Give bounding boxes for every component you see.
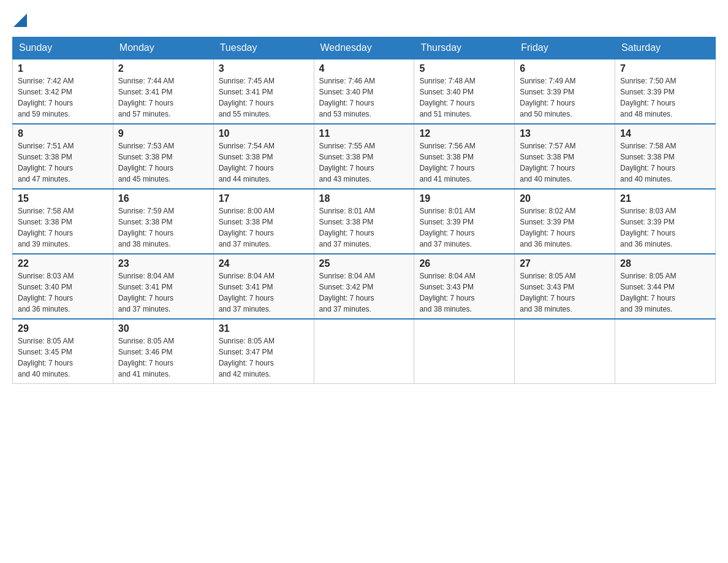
day-info: Sunrise: 8:05 AM Sunset: 3:43 PM Dayligh… bbox=[520, 270, 610, 315]
calendar-cell: 6 Sunrise: 7:49 AM Sunset: 3:39 PM Dayli… bbox=[515, 59, 615, 124]
day-info: Sunrise: 8:03 AM Sunset: 3:39 PM Dayligh… bbox=[620, 205, 710, 250]
logo-triangle-icon bbox=[13, 13, 27, 27]
day-number: 26 bbox=[419, 258, 509, 269]
calendar-cell: 15 Sunrise: 7:58 AM Sunset: 3:38 PM Dayl… bbox=[13, 189, 113, 254]
day-number: 24 bbox=[219, 258, 309, 269]
calendar-cell: 1 Sunrise: 7:42 AM Sunset: 3:42 PM Dayli… bbox=[13, 59, 113, 124]
calendar-header-tuesday: Tuesday bbox=[213, 37, 314, 59]
day-number: 1 bbox=[18, 63, 108, 74]
calendar-cell: 23 Sunrise: 8:04 AM Sunset: 3:41 PM Dayl… bbox=[113, 254, 213, 319]
day-number: 12 bbox=[419, 128, 509, 139]
calendar-cell bbox=[615, 319, 716, 384]
calendar-header-sunday: Sunday bbox=[13, 37, 113, 59]
day-number: 23 bbox=[118, 258, 208, 269]
calendar-cell bbox=[314, 319, 414, 384]
calendar-cell: 19 Sunrise: 8:01 AM Sunset: 3:39 PM Dayl… bbox=[414, 189, 515, 254]
calendar-week-row: 8 Sunrise: 7:51 AM Sunset: 3:38 PM Dayli… bbox=[13, 124, 716, 189]
calendar-week-row: 15 Sunrise: 7:58 AM Sunset: 3:38 PM Dayl… bbox=[13, 189, 716, 254]
calendar-cell bbox=[515, 319, 615, 384]
day-info: Sunrise: 8:00 AM Sunset: 3:38 PM Dayligh… bbox=[219, 205, 309, 250]
day-info: Sunrise: 7:56 AM Sunset: 3:38 PM Dayligh… bbox=[419, 140, 509, 185]
day-info: Sunrise: 7:55 AM Sunset: 3:38 PM Dayligh… bbox=[319, 140, 409, 185]
day-number: 8 bbox=[18, 128, 108, 139]
calendar-header-friday: Friday bbox=[515, 37, 615, 59]
day-info: Sunrise: 7:59 AM Sunset: 3:38 PM Dayligh… bbox=[118, 205, 208, 250]
calendar-cell: 16 Sunrise: 7:59 AM Sunset: 3:38 PM Dayl… bbox=[113, 189, 213, 254]
calendar-cell: 17 Sunrise: 8:00 AM Sunset: 3:38 PM Dayl… bbox=[213, 189, 314, 254]
page-header bbox=[12, 12, 716, 27]
calendar-cell: 13 Sunrise: 7:57 AM Sunset: 3:38 PM Dayl… bbox=[515, 124, 615, 189]
calendar-week-row: 1 Sunrise: 7:42 AM Sunset: 3:42 PM Dayli… bbox=[13, 59, 716, 124]
day-number: 10 bbox=[219, 128, 309, 139]
logo bbox=[12, 12, 27, 27]
calendar-cell: 18 Sunrise: 8:01 AM Sunset: 3:38 PM Dayl… bbox=[314, 189, 414, 254]
calendar-cell: 7 Sunrise: 7:50 AM Sunset: 3:39 PM Dayli… bbox=[615, 59, 716, 124]
svg-marker-0 bbox=[13, 13, 27, 27]
day-number: 13 bbox=[520, 128, 610, 139]
calendar-cell: 29 Sunrise: 8:05 AM Sunset: 3:45 PM Dayl… bbox=[13, 319, 113, 384]
calendar-cell: 26 Sunrise: 8:04 AM Sunset: 3:43 PM Dayl… bbox=[414, 254, 515, 319]
day-info: Sunrise: 8:04 AM Sunset: 3:43 PM Dayligh… bbox=[419, 270, 509, 315]
calendar-cell: 30 Sunrise: 8:05 AM Sunset: 3:46 PM Dayl… bbox=[113, 319, 213, 384]
day-info: Sunrise: 7:54 AM Sunset: 3:38 PM Dayligh… bbox=[219, 140, 309, 185]
calendar-header-thursday: Thursday bbox=[414, 37, 515, 59]
day-info: Sunrise: 8:05 AM Sunset: 3:45 PM Dayligh… bbox=[18, 335, 108, 380]
day-info: Sunrise: 8:04 AM Sunset: 3:42 PM Dayligh… bbox=[319, 270, 409, 315]
day-number: 14 bbox=[620, 128, 710, 139]
calendar-cell: 5 Sunrise: 7:48 AM Sunset: 3:40 PM Dayli… bbox=[414, 59, 515, 124]
day-info: Sunrise: 8:05 AM Sunset: 3:47 PM Dayligh… bbox=[219, 335, 309, 380]
day-info: Sunrise: 7:50 AM Sunset: 3:39 PM Dayligh… bbox=[620, 75, 710, 120]
day-info: Sunrise: 7:53 AM Sunset: 3:38 PM Dayligh… bbox=[118, 140, 208, 185]
day-info: Sunrise: 7:58 AM Sunset: 3:38 PM Dayligh… bbox=[18, 205, 108, 250]
day-number: 17 bbox=[219, 193, 309, 204]
day-number: 3 bbox=[219, 63, 309, 74]
calendar-cell: 2 Sunrise: 7:44 AM Sunset: 3:41 PM Dayli… bbox=[113, 59, 213, 124]
calendar-cell: 9 Sunrise: 7:53 AM Sunset: 3:38 PM Dayli… bbox=[113, 124, 213, 189]
calendar-header-wednesday: Wednesday bbox=[314, 37, 414, 59]
calendar-cell: 27 Sunrise: 8:05 AM Sunset: 3:43 PM Dayl… bbox=[515, 254, 615, 319]
day-info: Sunrise: 8:03 AM Sunset: 3:40 PM Dayligh… bbox=[18, 270, 108, 315]
day-info: Sunrise: 7:51 AM Sunset: 3:38 PM Dayligh… bbox=[18, 140, 108, 185]
calendar-cell: 10 Sunrise: 7:54 AM Sunset: 3:38 PM Dayl… bbox=[213, 124, 314, 189]
day-info: Sunrise: 8:01 AM Sunset: 3:39 PM Dayligh… bbox=[419, 205, 509, 250]
day-number: 22 bbox=[18, 258, 108, 269]
day-number: 27 bbox=[520, 258, 610, 269]
calendar-cell: 3 Sunrise: 7:45 AM Sunset: 3:41 PM Dayli… bbox=[213, 59, 314, 124]
day-info: Sunrise: 8:04 AM Sunset: 3:41 PM Dayligh… bbox=[118, 270, 208, 315]
day-info: Sunrise: 7:58 AM Sunset: 3:38 PM Dayligh… bbox=[620, 140, 710, 185]
calendar-cell: 28 Sunrise: 8:05 AM Sunset: 3:44 PM Dayl… bbox=[615, 254, 716, 319]
day-info: Sunrise: 8:02 AM Sunset: 3:39 PM Dayligh… bbox=[520, 205, 610, 250]
calendar-header-saturday: Saturday bbox=[615, 37, 716, 59]
day-info: Sunrise: 8:05 AM Sunset: 3:46 PM Dayligh… bbox=[118, 335, 208, 380]
day-info: Sunrise: 7:45 AM Sunset: 3:41 PM Dayligh… bbox=[219, 75, 309, 120]
day-number: 19 bbox=[419, 193, 509, 204]
day-number: 15 bbox=[18, 193, 108, 204]
day-number: 28 bbox=[620, 258, 710, 269]
calendar-week-row: 22 Sunrise: 8:03 AM Sunset: 3:40 PM Dayl… bbox=[13, 254, 716, 319]
day-number: 31 bbox=[219, 323, 309, 334]
day-number: 2 bbox=[118, 63, 208, 74]
calendar-cell: 11 Sunrise: 7:55 AM Sunset: 3:38 PM Dayl… bbox=[314, 124, 414, 189]
day-info: Sunrise: 8:04 AM Sunset: 3:41 PM Dayligh… bbox=[219, 270, 309, 315]
day-number: 6 bbox=[520, 63, 610, 74]
day-number: 4 bbox=[319, 63, 409, 74]
day-info: Sunrise: 8:01 AM Sunset: 3:38 PM Dayligh… bbox=[319, 205, 409, 250]
day-info: Sunrise: 8:05 AM Sunset: 3:44 PM Dayligh… bbox=[620, 270, 710, 315]
calendar-cell: 31 Sunrise: 8:05 AM Sunset: 3:47 PM Dayl… bbox=[213, 319, 314, 384]
day-number: 7 bbox=[620, 63, 710, 74]
day-info: Sunrise: 7:46 AM Sunset: 3:40 PM Dayligh… bbox=[319, 75, 409, 120]
day-info: Sunrise: 7:44 AM Sunset: 3:41 PM Dayligh… bbox=[118, 75, 208, 120]
calendar-table: SundayMondayTuesdayWednesdayThursdayFrid… bbox=[12, 37, 716, 384]
day-info: Sunrise: 7:42 AM Sunset: 3:42 PM Dayligh… bbox=[18, 75, 108, 120]
day-number: 9 bbox=[118, 128, 208, 139]
day-number: 25 bbox=[319, 258, 409, 269]
calendar-cell: 25 Sunrise: 8:04 AM Sunset: 3:42 PM Dayl… bbox=[314, 254, 414, 319]
calendar-header-row: SundayMondayTuesdayWednesdayThursdayFrid… bbox=[13, 37, 716, 59]
day-info: Sunrise: 7:57 AM Sunset: 3:38 PM Dayligh… bbox=[520, 140, 610, 185]
calendar-header-monday: Monday bbox=[113, 37, 213, 59]
calendar-cell: 8 Sunrise: 7:51 AM Sunset: 3:38 PM Dayli… bbox=[13, 124, 113, 189]
day-number: 30 bbox=[118, 323, 208, 334]
day-info: Sunrise: 7:49 AM Sunset: 3:39 PM Dayligh… bbox=[520, 75, 610, 120]
calendar-cell: 22 Sunrise: 8:03 AM Sunset: 3:40 PM Dayl… bbox=[13, 254, 113, 319]
calendar-cell: 12 Sunrise: 7:56 AM Sunset: 3:38 PM Dayl… bbox=[414, 124, 515, 189]
